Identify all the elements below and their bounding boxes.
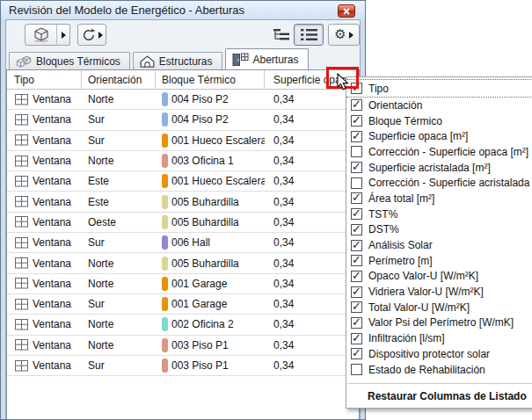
menu-item[interactable]: TST%	[346, 206, 532, 222]
cell-superficie-opaca: 0,34	[265, 318, 359, 330]
column-header-bloque-termico[interactable]: Bloque Térmico	[156, 70, 265, 89]
tipo-value: Ventana	[33, 175, 71, 187]
energy-model-review-window: Revisión del Modelo de Energético - Aber…	[0, 0, 366, 420]
table-row[interactable]: Ventana Norte 002 Oficina 2 0,34	[7, 315, 359, 335]
menu-item[interactable]: Vidriera Valor-U [W/m²K]	[346, 284, 532, 300]
window-type-icon	[14, 94, 28, 105]
bloque-value: 006 Hall	[171, 236, 210, 249]
menu-item[interactable]: Valor Psi del Perímetro [W/mK]	[346, 315, 532, 331]
checkbox-icon[interactable]	[351, 192, 362, 204]
checkbox-icon[interactable]	[351, 333, 362, 344]
table-row[interactable]: Ventana Sur 006 Hall 0,34	[7, 233, 359, 253]
superficie-value: 0,34	[273, 155, 294, 167]
window-type-icon	[14, 360, 28, 372]
checkbox-icon[interactable]	[351, 208, 362, 220]
tab-aberturas[interactable]: Aberturas	[225, 48, 309, 69]
table-row[interactable]: Ventana Norte 004 Piso P2 0,34	[7, 90, 359, 110]
menu-item[interactable]: Infiltración [l/sm]	[346, 330, 532, 346]
cell-orientacion: Este	[82, 196, 156, 208]
menu-item[interactable]: Opaco Valor-U [W/m²K]	[346, 269, 532, 285]
checkbox-icon[interactable]	[351, 286, 362, 298]
table-row[interactable]: Ventana Este 001 Hueco Escalera 0,34	[7, 171, 359, 192]
checkbox-icon[interactable]	[351, 162, 362, 173]
refresh-icon	[82, 28, 96, 42]
tree-view-icon	[273, 28, 290, 41]
tipo-value: Ventana	[33, 216, 71, 228]
menu-item[interactable]: Superficie acristalada [m²]	[346, 160, 532, 176]
bloque-value: 002 Oficina 2	[171, 318, 234, 330]
tree-view-button[interactable]	[271, 25, 292, 44]
tab-bar: Bloques Térmicos Estructuras	[6, 49, 360, 69]
menu-item[interactable]: Análisis Solar	[346, 237, 532, 253]
checkbox-icon[interactable]	[351, 255, 362, 266]
menu-item[interactable]: Orientación	[346, 98, 532, 113]
window-type-icon	[14, 176, 28, 187]
orientacion-value: Este	[88, 175, 109, 187]
menu-item[interactable]: Bloque Térmico	[346, 113, 532, 129]
show-model-button[interactable]	[25, 24, 57, 46]
table-row[interactable]: Ventana Norte 003 Oficina 1 0,34	[7, 151, 359, 171]
window-type-icon	[14, 216, 28, 228]
show-model-dropdown-button[interactable]	[56, 24, 70, 46]
cell-bloque-termico: 001 Hueco Escalera	[156, 134, 265, 148]
menu-item[interactable]: Área total [m²]	[346, 191, 532, 206]
menu-item[interactable]: Corrección - Superficie acristalada [m²]	[346, 175, 532, 191]
menu-item[interactable]: Corrección - Superficie opaca [m²]	[346, 144, 532, 160]
window-type-icon	[14, 278, 28, 289]
cell-superficie-opaca: 0,34	[265, 134, 359, 147]
tipo-value: Ventana	[33, 359, 71, 372]
table-row[interactable]: Ventana Sur 001 Hueco Escalera 0,34	[7, 131, 359, 151]
update-button[interactable]	[77, 24, 106, 46]
superficie-value: 0,34	[273, 318, 294, 330]
window-type-icon	[14, 319, 28, 330]
bloque-value: 005 Buhardilla	[171, 257, 239, 270]
table-row[interactable]: Ventana Norte 001 Garage 0,34	[7, 274, 359, 294]
column-header-orientacion[interactable]: Orientación	[82, 70, 156, 89]
settings-button[interactable]: ⚙	[328, 24, 360, 46]
titlebar[interactable]: Revisión del Modelo de Energético - Aber…	[1, 1, 365, 19]
restore-columns-item[interactable]: Restaurar Columnas de Listado	[346, 387, 532, 404]
table-row[interactable]: Ventana Sur 004 Piso P2 0,34	[7, 110, 359, 130]
cell-orientacion: Oeste	[82, 216, 156, 228]
table-row[interactable]: Ventana Oeste 005 Buhardilla 0,34	[7, 213, 359, 233]
tab-estructuras[interactable]: Estructuras	[133, 52, 222, 69]
menu-item[interactable]: Dispositivo protector solar	[346, 346, 532, 362]
window-type-icon	[14, 134, 28, 146]
checkbox-icon[interactable]	[351, 364, 362, 375]
checkbox-icon[interactable]	[351, 146, 362, 157]
cell-tipo: Ventana	[7, 134, 82, 147]
cell-orientacion: Norte	[82, 278, 156, 290]
checkbox-icon[interactable]	[351, 271, 362, 282]
checkbox-icon[interactable]	[351, 348, 362, 359]
list-view-button[interactable]	[294, 24, 324, 46]
menu-item[interactable]: Total Valor-U [W/m²K]	[346, 300, 532, 315]
checkbox-icon[interactable]	[351, 317, 362, 329]
checkbox-icon[interactable]	[351, 177, 362, 189]
checkbox-icon[interactable]	[351, 224, 362, 235]
cell-superficie-opaca: 0,34	[265, 298, 359, 310]
table-row[interactable]: Ventana Norte 003 Piso P1 0,34	[7, 336, 359, 356]
checkbox-icon[interactable]	[351, 115, 362, 127]
close-button[interactable]	[338, 4, 355, 18]
orientacion-value: Sur	[88, 359, 105, 372]
menu-item[interactable]: Perímetro [m]	[346, 253, 532, 269]
menu-item[interactable]: DST%	[346, 222, 532, 238]
menu-item[interactable]: Estado de Rehabilitación	[346, 362, 532, 378]
checkbox-icon[interactable]	[351, 240, 362, 251]
menu-item-label: Corrección - Superficie opaca [m²]	[368, 146, 528, 158]
tab-bloques-termicos[interactable]: Bloques Térmicos	[9, 52, 130, 69]
checkbox-icon[interactable]	[351, 131, 362, 142]
cell-tipo: Ventana	[7, 257, 82, 270]
table-row[interactable]: Ventana Sur 001 Garage 0,34	[7, 294, 359, 315]
menu-item[interactable]: Superficie opaca [m²]	[346, 128, 532, 144]
table-row[interactable]: Ventana Este 005 Buhardilla 0,34	[7, 192, 359, 212]
table-row[interactable]: Ventana Norte 005 Buhardilla 0,34	[7, 253, 359, 273]
checkbox-icon[interactable]	[351, 301, 362, 313]
menu-item-label: DST%	[368, 223, 399, 235]
column-header-tipo[interactable]: Tipo	[7, 70, 82, 89]
menu-item[interactable]: Tipo	[346, 79, 532, 98]
window-type-icon	[14, 237, 28, 249]
checkbox-icon[interactable]	[351, 99, 362, 111]
table-row[interactable]: Ventana Sur 003 Piso P1 0,34	[7, 356, 359, 376]
toolbar: ⚙	[6, 20, 360, 49]
